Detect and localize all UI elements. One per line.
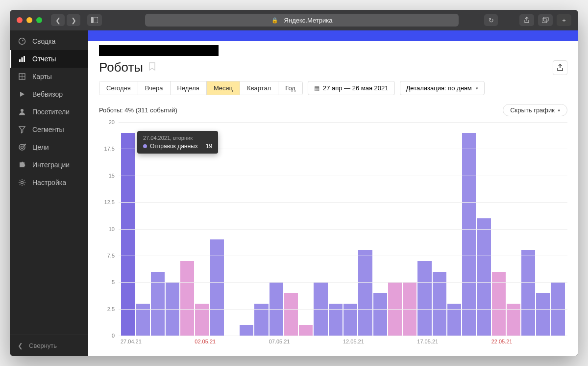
bar[interactable] xyxy=(195,304,209,336)
y-tick-label: 2,5 xyxy=(107,306,119,312)
sidebar-item-gauge[interactable]: Сводка xyxy=(10,32,88,50)
x-tick-label xyxy=(388,339,402,344)
bar[interactable] xyxy=(373,293,387,336)
x-tick-label xyxy=(447,339,462,344)
sidebar-item-person[interactable]: Посетители xyxy=(10,103,88,121)
url-text: Яндекс.Метрика xyxy=(284,17,333,24)
tabs-button[interactable] xyxy=(538,14,553,26)
sidebar-item-gear[interactable]: Настройка xyxy=(10,174,88,191)
bar[interactable] xyxy=(492,272,506,336)
traffic-lights[interactable] xyxy=(17,17,42,23)
period-Вчера[interactable]: Вчера xyxy=(138,81,171,95)
gear-icon xyxy=(18,179,26,186)
y-tick-label: 7,5 xyxy=(107,253,119,259)
period-Месяц[interactable]: Месяц xyxy=(207,81,240,95)
detail-dropdown[interactable]: Детализация: по дням ▾ xyxy=(400,81,485,95)
chevron-up-icon: ▾ xyxy=(558,108,560,113)
sidebar-item-play[interactable]: Вебвизор xyxy=(10,85,88,103)
hide-chart-button[interactable]: Скрыть график ▾ xyxy=(503,104,567,116)
sidebar-toggle-icon[interactable] xyxy=(87,14,102,26)
bar[interactable] xyxy=(240,325,253,336)
period-Неделя[interactable]: Неделя xyxy=(171,81,207,95)
grid-line xyxy=(119,176,567,176)
x-tick-label xyxy=(254,339,269,344)
x-tick-label xyxy=(402,339,417,344)
redacted-site-name xyxy=(99,45,219,56)
bar[interactable] xyxy=(151,272,165,336)
export-button[interactable] xyxy=(553,60,567,75)
bar[interactable] xyxy=(358,250,372,336)
bar[interactable] xyxy=(462,133,476,336)
bar[interactable] xyxy=(210,239,224,336)
share-button[interactable] xyxy=(519,14,534,26)
stats-summary: Роботы: 4% (311 событий) xyxy=(99,106,177,114)
sidebar-item-funnel[interactable]: Сегменты xyxy=(10,121,88,138)
page-title: Роботы xyxy=(99,60,143,75)
y-tick-label: 15 xyxy=(109,173,119,179)
bar[interactable] xyxy=(180,261,194,336)
sidebar-item-label: Сводка xyxy=(32,37,55,45)
bookmark-icon[interactable] xyxy=(149,62,155,73)
bar[interactable] xyxy=(329,304,343,336)
y-tick-label: 0 xyxy=(112,333,119,339)
reload-button[interactable]: ↻ xyxy=(484,14,498,26)
bar[interactable] xyxy=(136,304,149,336)
bar[interactable] xyxy=(447,304,461,336)
bar[interactable] xyxy=(433,272,446,336)
x-tick-label xyxy=(210,339,224,344)
sidebar-item-target[interactable]: Цели xyxy=(10,138,88,156)
bar[interactable] xyxy=(343,304,357,336)
period-Квартал[interactable]: Квартал xyxy=(240,81,278,95)
x-tick-label xyxy=(150,339,165,344)
svg-rect-5 xyxy=(19,59,21,62)
forward-button[interactable]: ❯ xyxy=(67,14,80,26)
chevron-down-icon: ▾ xyxy=(476,86,478,91)
bar[interactable] xyxy=(477,218,490,336)
period-segmented: СегодняВчераНеделяМесяцКварталГод xyxy=(99,81,303,95)
bar[interactable] xyxy=(507,304,520,336)
sidebar-item-puzzle[interactable]: Интеграции xyxy=(10,156,88,174)
map-icon xyxy=(18,73,26,80)
chart-x-labels: 27.04.2102.05.2107.05.2112.05.2117.05.21… xyxy=(119,339,567,344)
period-Сегодня[interactable]: Сегодня xyxy=(99,81,138,95)
bar[interactable] xyxy=(521,250,535,336)
x-tick-label xyxy=(506,339,521,344)
url-bar[interactable]: 🔒 Яндекс.Метрика xyxy=(145,14,459,26)
maximize-window-icon[interactable] xyxy=(36,17,42,23)
funnel-icon xyxy=(18,126,26,133)
minimize-window-icon[interactable] xyxy=(26,17,32,23)
x-tick-label xyxy=(165,339,180,344)
svg-point-11 xyxy=(21,146,24,149)
bar[interactable] xyxy=(536,293,550,336)
back-button[interactable]: ❮ xyxy=(51,14,65,26)
bar[interactable] xyxy=(417,261,431,336)
x-tick-label xyxy=(521,339,536,344)
chart-container: 27.04.2102.05.2107.05.2112.05.2117.05.21… xyxy=(99,122,567,350)
sidebar-collapse[interactable]: ❮Свернуть xyxy=(10,335,88,356)
svg-point-12 xyxy=(21,182,24,184)
bar[interactable] xyxy=(121,133,135,336)
grid-line xyxy=(119,202,567,203)
sidebar-item-reports[interactable]: Отчеты xyxy=(10,50,88,68)
bar[interactable] xyxy=(299,325,313,336)
new-tab-button[interactable]: + xyxy=(557,14,571,26)
svg-rect-2 xyxy=(542,19,547,23)
svg-rect-7 xyxy=(24,56,25,62)
gauge-icon xyxy=(18,37,26,45)
svg-rect-3 xyxy=(543,17,548,21)
date-range-picker[interactable]: ▦ 27 апр — 26 мая 2021 xyxy=(308,81,395,95)
grid-line xyxy=(119,309,567,310)
x-tick-label: 17.05.21 xyxy=(417,339,432,344)
period-Год[interactable]: Год xyxy=(278,81,302,95)
target-icon xyxy=(18,143,26,151)
bar-chart: 27.04.2102.05.2107.05.2112.05.2117.05.21… xyxy=(119,122,567,336)
sidebar-item-label: Интеграции xyxy=(32,161,70,169)
bar[interactable] xyxy=(284,293,298,336)
sidebar-item-label: Карты xyxy=(32,73,52,80)
y-tick-label: 20 xyxy=(109,119,119,125)
close-window-icon[interactable] xyxy=(17,17,23,23)
person-icon xyxy=(18,108,26,116)
sidebar-item-map[interactable]: Карты xyxy=(10,68,88,85)
y-tick-label: 12,5 xyxy=(104,199,119,205)
bar[interactable] xyxy=(254,304,268,336)
